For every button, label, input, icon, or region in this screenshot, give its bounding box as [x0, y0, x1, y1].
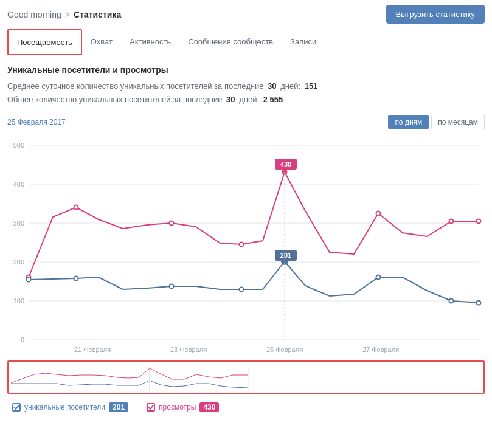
- stats-info: Среднее суточное количество уникальных п…: [7, 80, 485, 106]
- legend: уникальные посетители 201 просмотры 430: [7, 399, 485, 416]
- svg-point-23: [477, 219, 481, 224]
- svg-text:21 Февраля: 21 Февраля: [74, 346, 111, 353]
- svg-point-26: [27, 278, 31, 282]
- tab-community-messages[interactable]: Сообщения сообществ: [179, 29, 282, 55]
- visitors-label: уникальные посетители: [24, 403, 105, 412]
- mini-chart: [11, 364, 482, 391]
- svg-text:200: 200: [13, 258, 24, 266]
- svg-point-21: [376, 212, 381, 216]
- views-badge: 430: [199, 402, 219, 412]
- svg-point-19: [240, 243, 244, 247]
- views-checkbox[interactable]: [147, 403, 155, 412]
- tab-reach[interactable]: Охват: [82, 29, 121, 55]
- svg-text:0: 0: [21, 336, 24, 343]
- svg-text:430: 430: [280, 160, 291, 168]
- legend-visitors: уникальные посетители 201: [12, 402, 128, 412]
- tabs-container: Посещаемость Охват Активность Сообщения …: [0, 29, 492, 55]
- svg-point-32: [449, 299, 454, 303]
- legend-views: просмотры 430: [147, 402, 219, 412]
- svg-point-29: [240, 288, 244, 292]
- chart-header: 25 Февраля 2017 по дням по месяцам: [7, 115, 485, 129]
- tabs: Посещаемость Охват Активность Сообщения …: [7, 29, 485, 55]
- tab-activity[interactable]: Активность: [121, 29, 179, 55]
- btn-by-months[interactable]: по месяцам: [431, 115, 485, 129]
- svg-point-28: [170, 284, 174, 289]
- svg-point-33: [477, 301, 481, 305]
- export-button[interactable]: Выгрузить статистику: [386, 5, 485, 24]
- chart-wrapper: 500 400 300 200 100 0 21 Февраля 23 Февр…: [7, 133, 485, 416]
- svg-text:300: 300: [13, 219, 24, 227]
- breadcrumb: Good morning > Статистика: [7, 10, 121, 19]
- section-title: Уникальные посетители и просмотры: [7, 65, 485, 75]
- svg-text:100: 100: [13, 297, 24, 305]
- breadcrumb-current: Статистика: [74, 10, 121, 19]
- chart-date-label: 25 Февраля 2017: [7, 118, 66, 126]
- svg-text:25 Февраля: 25 Февраля: [266, 346, 303, 353]
- breadcrumb-separator: >: [65, 10, 70, 19]
- stat1-line: Среднее суточное количество уникальных п…: [7, 80, 485, 93]
- svg-text:27 Февраля: 27 Февраля: [362, 346, 399, 353]
- tab-traffic[interactable]: Посещаемость: [7, 29, 82, 55]
- svg-text:500: 500: [13, 142, 24, 149]
- svg-point-18: [170, 221, 174, 226]
- svg-point-31: [376, 275, 381, 280]
- svg-text:23 Февраля: 23 Февраля: [170, 346, 207, 353]
- chart-controls: по дням по месяцам: [388, 115, 485, 129]
- minimap-wrapper: [7, 360, 485, 394]
- main-chart: 500 400 300 200 100 0 21 Февраля 23 Февр…: [7, 133, 485, 358]
- visitors-checkbox[interactable]: [12, 403, 21, 412]
- btn-by-days[interactable]: по дням: [388, 115, 429, 129]
- content: Уникальные посетители и просмотры Средне…: [0, 55, 492, 426]
- tab-posts[interactable]: Записи: [282, 29, 325, 55]
- visitors-badge: 201: [109, 402, 128, 412]
- svg-text:201: 201: [280, 252, 291, 259]
- svg-text:400: 400: [13, 181, 24, 188]
- breadcrumb-home[interactable]: Good morning: [7, 10, 61, 19]
- header: Good morning > Статистика Выгрузить стат…: [0, 0, 492, 29]
- stat2-line: Общее количество уникальных посетителей …: [7, 93, 485, 106]
- svg-point-27: [74, 277, 78, 281]
- svg-point-17: [74, 205, 78, 210]
- views-label: просмотры: [159, 403, 196, 412]
- svg-point-22: [449, 219, 454, 224]
